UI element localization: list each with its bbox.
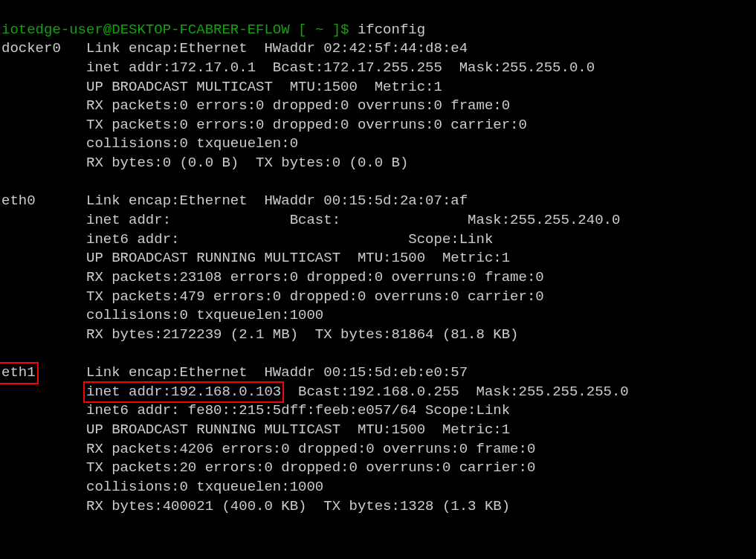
ifconfig-output: docker0Link encap:Ethernet HWaddr 02:42:… [1, 39, 756, 516]
interface-name: docker0 [1, 39, 86, 59]
output-text: inet addr:172.17.0.1 Bcast:172.17.255.25… [86, 59, 595, 76]
output-text: RX packets:4206 errors:0 dropped:0 overr… [86, 441, 535, 457]
output-line: eth1Link encap:Ethernet HWaddr 00:15:5d:… [1, 363, 756, 383]
output-text: Link encap:Ethernet HWaddr 00:15:5d:eb:e… [86, 364, 468, 381]
blank-line [1, 345, 756, 364]
output-line: TX packets:0 errors:0 dropped:0 overruns… [1, 116, 756, 135]
highlight-box: inet addr:192.168.0.103 [83, 381, 284, 404]
output-text: UP BROADCAST RUNNING MULTICAST MTU:1500 … [86, 250, 510, 266]
output-line: RX packets:0 errors:0 dropped:0 overruns… [1, 97, 756, 116]
output-text: RX bytes:400021 (400.0 KB) TX bytes:1328… [86, 498, 510, 514]
output-line: RX bytes:0 (0.0 B) TX bytes:0 (0.0 B) [1, 154, 756, 173]
output-line: RX bytes:2172239 (2.1 MB) TX bytes:81864… [1, 326, 756, 345]
prompt-path: ~ [315, 22, 323, 38]
interface-name: eth1 [1, 363, 86, 383]
prompt-user-host: iotedge-user@DESKTOP-FCABRER-EFLOW [1, 22, 290, 38]
output-line: RX packets:4206 errors:0 dropped:0 overr… [1, 440, 756, 459]
output-line: inet6 addr: Scope:Link [1, 230, 756, 250]
output-text: inet addr: Bcast: Mask:255.255.240.0 [86, 212, 620, 228]
output-text: TX packets:0 errors:0 dropped:0 overruns… [86, 117, 527, 133]
output-line: inet addr:192.168.0.103 Bcast:192.168.0.… [1, 383, 756, 402]
command: ifconfig [358, 22, 425, 38]
output-text: Link encap:Ethernet HWaddr 02:42:5f:44:d… [86, 40, 468, 56]
output-line: eth0Link encap:Ethernet HWaddr 00:15:5d:… [1, 192, 756, 211]
output-text: Link encap:Ethernet HWaddr 00:15:5d:2a:0… [86, 193, 468, 209]
output-line: UP BROADCAST RUNNING MULTICAST MTU:1500 … [1, 421, 756, 440]
output-line: inet6 addr: fe80::215:5dff:feeb:e057/64 … [1, 401, 756, 421]
highlight-box: eth1 [0, 362, 39, 384]
output-text: Bcast:192.168.0.255 Mask:255.255.255.0 [281, 384, 628, 400]
output-line: UP BROADCAST RUNNING MULTICAST MTU:1500 … [1, 249, 756, 268]
output-text: inet6 addr: Scope:Link [86, 231, 493, 248]
output-line: docker0Link encap:Ethernet HWaddr 02:42:… [1, 39, 756, 59]
output-line: inet addr:172.17.0.1 Bcast:172.17.255.25… [1, 59, 756, 78]
output-text: inet6 addr: fe80::215:5dff:feeb:e057/64 … [86, 402, 510, 419]
output-text: RX bytes:2172239 (2.1 MB) TX bytes:81864… [86, 326, 519, 343]
output-line: UP BROADCAST MULTICAST MTU:1500 Metric:1 [1, 78, 756, 97]
output-line: TX packets:20 errors:0 dropped:0 overrun… [1, 459, 756, 478]
output-line: inet addr: Bcast: Mask:255.255.240.0 [1, 211, 756, 230]
output-line: RX bytes:400021 (400.0 KB) TX bytes:1328… [1, 497, 756, 517]
output-text: UP BROADCAST RUNNING MULTICAST MTU:1500 … [86, 421, 510, 438]
output-text: RX packets:0 errors:0 dropped:0 overruns… [86, 97, 510, 114]
interface-name: eth0 [1, 192, 86, 211]
output-line: collisions:0 txqueuelen:0 [1, 135, 756, 154]
output-line: TX packets:479 errors:0 dropped:0 overru… [1, 288, 756, 307]
output-line: collisions:0 txqueuelen:1000 [1, 478, 756, 497]
output-line: RX packets:23108 errors:0 dropped:0 over… [1, 268, 756, 288]
output-text: UP BROADCAST MULTICAST MTU:1500 Metric:1 [86, 79, 442, 95]
blank-line [1, 173, 756, 193]
output-text: RX bytes:0 (0.0 B) TX bytes:0 (0.0 B) [86, 155, 408, 171]
prompt-line: iotedge-user@DESKTOP-FCABRER-EFLOW [ ~ ]… [1, 21, 756, 40]
output-text: TX packets:479 errors:0 dropped:0 overru… [86, 288, 544, 305]
output-text: collisions:0 txqueuelen:1000 [86, 307, 323, 323]
prompt-path-close: ]$ [323, 22, 358, 38]
output-line: collisions:0 txqueuelen:1000 [1, 306, 756, 326]
output-text: collisions:0 txqueuelen:0 [86, 135, 298, 152]
terminal[interactable]: iotedge-user@DESKTOP-FCABRER-EFLOW [ ~ ]… [0, 0, 756, 535]
prompt-path-open: [ [290, 22, 315, 38]
output-text: collisions:0 txqueuelen:1000 [86, 479, 323, 495]
output-text: RX packets:23108 errors:0 dropped:0 over… [86, 269, 544, 285]
output-text: TX packets:20 errors:0 dropped:0 overrun… [86, 459, 535, 476]
